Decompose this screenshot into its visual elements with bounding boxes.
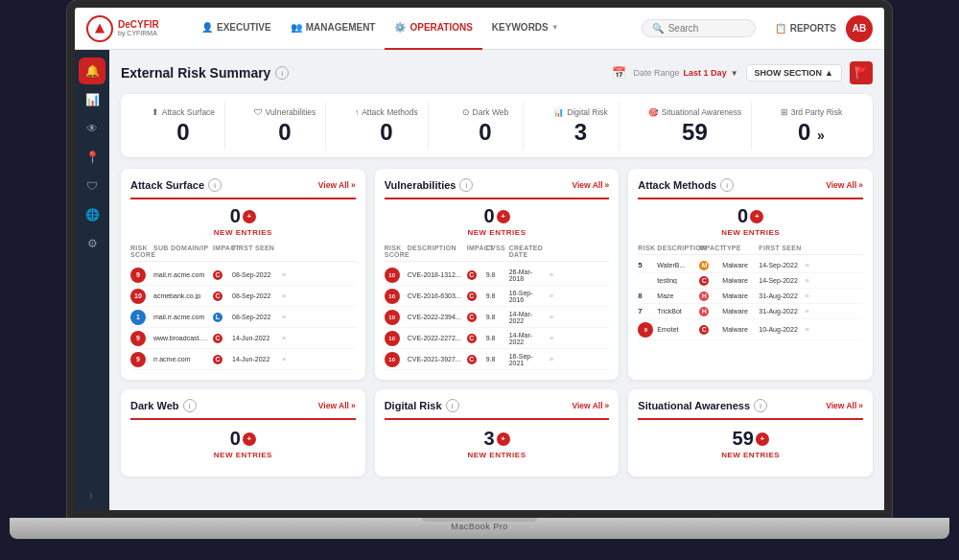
table-row[interactable]: 1 mail.rr.acme.com L 08-Sep-2022 »: [130, 307, 356, 328]
table-row[interactable]: 10 CVE-2022-2394... C 9.8 14-Mar-2022 »: [385, 307, 610, 328]
table-row[interactable]: 5 WaterB... M Malware 14-Sep-2022 »: [638, 258, 863, 273]
table-row[interactable]: 8 Maze H Malware 31-Aug-2022 »: [638, 289, 863, 304]
am-table-header: RISK DESCRIPTION MPACT TYPE FIRST SEEN: [638, 245, 863, 255]
row-action-icon[interactable]: »: [805, 325, 826, 334]
card-dark-web[interactable]: ⊙ Dark Web 0: [447, 102, 524, 150]
table-row[interactable]: 10 CVE-2021-3927... C 9.8 16-Sep-2021 »: [385, 349, 610, 370]
summary-info-icon[interactable]: i: [275, 66, 289, 80]
row-action-icon[interactable]: »: [550, 355, 571, 363]
summary-header: External Risk Summary i 📅 Date Range Las…: [121, 61, 873, 84]
attack-methods-view-all[interactable]: View All »: [826, 180, 863, 190]
table-row[interactable]: testing C Malware 14-Sep-2022 »: [638, 273, 863, 289]
attack-methods-info-icon[interactable]: i: [720, 178, 734, 192]
situational-new-entries: 59 + NEW ENTRIES: [638, 428, 863, 459]
card-digital-risk[interactable]: 📊 Digital Risk 3: [543, 102, 620, 150]
sidebar-icon-eye[interactable]: 👁: [79, 115, 105, 142]
row-action-icon[interactable]: »: [805, 276, 826, 285]
dr-viewall-arrow: »: [605, 401, 610, 410]
row-action-icon[interactable]: »: [282, 270, 303, 279]
table-row[interactable]: 10 CVE-2022-2272... C 9.8 14-Mar-2022 »: [385, 328, 610, 349]
logo-icon: [86, 15, 113, 42]
digital-risk-view-all[interactable]: View All »: [572, 401, 609, 410]
search-bar[interactable]: 🔍: [642, 19, 756, 37]
table-row[interactable]: 9 mail.rr.acme.com C 08-Sep-2022 »: [130, 265, 356, 286]
show-section-button[interactable]: SHOW SECTION ▲: [746, 64, 842, 82]
attack-surface-table: RISK SCORE SUB DOMAIN/IP IMPACT FIRST SE…: [130, 245, 356, 370]
row-action-icon[interactable]: »: [805, 261, 826, 269]
row-action-icon[interactable]: »: [282, 292, 303, 300]
table-row[interactable]: 10 CVE-2016-6303... C 9.8 16-Sep-2016 »: [385, 286, 610, 307]
card-third-party-risk[interactable]: ⊞ 3rd Party Risk 0 »: [771, 102, 852, 150]
laptop-screen: DeCYFIR by CYFIRMA 👤 EXECUTIVE 👥 MANAGEM…: [67, 0, 892, 518]
card-attack-methods[interactable]: ↑ Attack Methods 0: [345, 102, 429, 150]
table-row[interactable]: 10 CVE-2018-1312... C 9.8 26-Mar-2018 »: [385, 265, 610, 286]
attack-surface-viewall-arrow: »: [351, 180, 356, 190]
reports-button[interactable]: 📋 REPORTS: [775, 23, 836, 34]
nav-operations[interactable]: ⚙️ OPERATIONS: [385, 8, 481, 50]
vulnerabilities-card-icon: 🛡: [254, 107, 263, 117]
date-dropdown-icon[interactable]: ▼: [731, 69, 738, 78]
nav-keywords[interactable]: KEYWORDS ▼: [482, 8, 569, 50]
keywords-dropdown-icon: ▼: [551, 23, 559, 32]
situational-awareness-header: Situational Awareness i View All »: [638, 399, 863, 420]
dark-web-info-icon[interactable]: i: [183, 399, 197, 412]
sidebar-icon-globe[interactable]: 🌐: [79, 201, 105, 228]
show-section-arrow-icon: ▲: [825, 68, 833, 78]
search-input[interactable]: [668, 23, 745, 34]
vulnerabilities-info-icon[interactable]: i: [459, 178, 473, 192]
sidebar-icon-location[interactable]: 📍: [79, 144, 105, 171]
logo-area: DeCYFIR by CYFIRMA: [86, 15, 173, 42]
sidebar-icon-alert[interactable]: 🔔: [79, 58, 105, 84]
sidebar-icon-shield[interactable]: 🛡: [79, 173, 105, 199]
row-action-icon[interactable]: »: [282, 355, 303, 363]
nav-executive[interactable]: 👤 EXECUTIVE: [192, 8, 281, 50]
table-row[interactable]: 7 TrickBot H Malware 31-Aug-2022 »: [638, 304, 863, 319]
main-layout: 🔔 📊 👁 📍 🛡 🌐 ⚙ ··· External Risk Summary: [75, 50, 884, 510]
table-row[interactable]: 10 acmebank.co.jp C 08-Sep-2022 »: [130, 286, 356, 307]
management-icon: 👥: [291, 22, 302, 33]
brand-sub: by CYFIRMA: [118, 30, 159, 37]
sidebar-more-dots: ···: [84, 492, 100, 498]
card-attack-surface[interactable]: ⬆ Attack Surface 0: [142, 102, 225, 150]
row-action-icon[interactable]: »: [550, 270, 571, 279]
situational-card-icon: 🎯: [648, 107, 659, 117]
am-viewall-arrow: »: [858, 180, 863, 190]
row-action-icon[interactable]: »: [282, 313, 303, 321]
sidebar: 🔔 📊 👁 📍 🛡 🌐 ⚙ ···: [75, 50, 109, 510]
dr-entries-badge: +: [497, 432, 510, 446]
sidebar-icon-settings[interactable]: ⚙: [79, 230, 105, 257]
card-situational-awareness[interactable]: 🎯 Situational Awareness 59: [639, 102, 752, 150]
dw-entries-badge: +: [243, 432, 256, 446]
vuln-table-header: RISK SCORE DESCRIPTION IMPACT CVSS CREAT…: [385, 245, 610, 262]
table-row[interactable]: 9 www.broadcast.acme.com C 14-Jun-2022 »: [130, 328, 356, 349]
vulnerabilities-table: RISK SCORE DESCRIPTION IMPACT CVSS CREAT…: [385, 245, 610, 370]
table-row[interactable]: 9 rr.acme.com C 14-Jun-2022 »: [130, 349, 356, 370]
dark-web-view-all[interactable]: View All »: [318, 401, 356, 410]
attack-surface-view-all[interactable]: View All »: [318, 180, 356, 190]
dark-web-section: Dark Web i View All » 0: [121, 389, 365, 477]
vulnerabilities-view-all[interactable]: View All »: [572, 180, 609, 190]
row-action-icon[interactable]: »: [805, 292, 826, 300]
row-action-icon[interactable]: »: [550, 334, 571, 342]
situational-info-icon[interactable]: i: [754, 399, 767, 412]
card-vulnerabilities[interactable]: 🛡 Vulnerabilities 0: [245, 102, 327, 150]
situational-view-all[interactable]: View All »: [826, 401, 863, 410]
third-party-chevron: »: [817, 128, 825, 143]
user-avatar[interactable]: AB: [846, 15, 873, 42]
row-action-icon[interactable]: »: [282, 334, 303, 342]
vulnerabilities-header: Vulnerabilities i View All »: [385, 178, 610, 199]
sidebar-icon-chart[interactable]: 📊: [79, 86, 105, 113]
attack-surface-info-icon[interactable]: i: [208, 178, 222, 192]
row-action-icon[interactable]: »: [805, 307, 826, 315]
situational-awareness-section: Situational Awareness i View All »: [628, 389, 873, 477]
digital-risk-new-entries: 3 + NEW ENTRIES: [385, 428, 610, 459]
row-action-icon[interactable]: »: [550, 313, 571, 321]
row-action-icon[interactable]: »: [550, 292, 571, 300]
dark-web-new-entries: 0 + NEW ENTRIES: [130, 428, 356, 459]
nav-management[interactable]: 👥 MANAGEMENT: [281, 8, 386, 50]
nav-items: 👤 EXECUTIVE 👥 MANAGEMENT ⚙️ OPERATIONS K…: [192, 8, 632, 50]
digital-risk-section: Digital Risk i View All » 3: [375, 389, 620, 477]
digital-risk-info-icon[interactable]: i: [446, 399, 459, 412]
table-row[interactable]: 9 Emotet C Malware 10-Aug-2022 »: [638, 319, 863, 340]
vuln-viewall-arrow: »: [605, 180, 610, 190]
